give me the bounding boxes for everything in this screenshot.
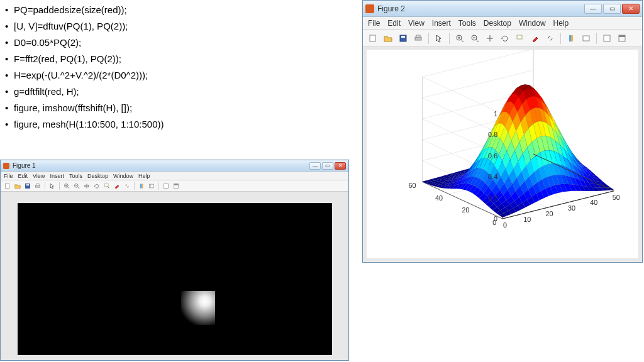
datacursor-icon[interactable] [514,32,526,45]
rotate-icon[interactable] [499,32,511,45]
code-line: •g=dftfilt(red, H); [5,84,164,99]
colorbar-icon[interactable] [565,32,577,45]
menu-window[interactable]: Window [519,19,546,28]
svg-text:40: 40 [590,199,597,206]
code-line: •PQ=paddedsize(size(red)); [5,3,164,18]
menu-insert[interactable]: Insert [50,173,64,179]
svg-text:60: 60 [409,182,416,189]
code-line: •[U, V]=dftuv(PQ(1), PQ(2)); [5,19,164,34]
menu-desktop[interactable]: Desktop [484,19,511,28]
zoom-in-icon[interactable] [453,32,466,45]
imshow-output [18,203,332,355]
menu-tools[interactable]: Tools [69,173,82,179]
gaussian-peak [181,291,215,325]
svg-rect-0 [5,184,9,188]
close-button[interactable]: ✕ [335,162,346,170]
pan-icon[interactable] [484,32,496,45]
zoom-out-icon[interactable] [72,182,81,190]
hide-tools-icon[interactable] [162,182,170,190]
svg-line-10 [77,187,79,189]
svg-text:20: 20 [462,206,470,214]
brush-icon[interactable] [113,182,121,190]
svg-text:0: 0 [492,219,496,226]
menu-file[interactable]: File [4,173,13,179]
svg-rect-38 [604,35,610,41]
print-icon[interactable] [33,182,42,190]
titlebar[interactable]: Figure 2 — ▭ ✕ [363,1,642,17]
code-listing: •PQ=paddedsize(size(red)); •[U, V]=dftuv… [5,3,164,133]
pan-icon[interactable] [82,182,91,190]
link-icon[interactable] [123,182,131,190]
maximize-button[interactable]: ▭ [322,162,333,170]
svg-rect-34 [517,35,522,39]
open-icon[interactable] [13,182,22,190]
zoom-in-icon[interactable] [62,182,71,190]
svg-rect-3 [35,185,40,187]
menu-edit[interactable]: Edit [18,173,28,179]
rotate-icon[interactable] [92,182,101,190]
menu-file[interactable]: File [368,19,380,28]
pointer-icon[interactable] [433,32,445,45]
svg-rect-35 [569,35,571,41]
menu-help[interactable]: Help [138,173,150,179]
svg-text:30: 30 [568,204,575,212]
close-button[interactable]: ✕ [622,4,640,14]
dock-icon[interactable] [616,32,628,45]
svg-text:50: 50 [613,194,620,201]
menu-insert[interactable]: Insert [432,19,451,28]
svg-rect-40 [619,35,625,37]
matlab-icon [365,4,374,13]
new-figure-icon[interactable] [3,182,12,190]
svg-line-61 [422,77,502,114]
mesh-3d-plot: 00.20.40.60.81010203040500204060 [367,50,638,258]
titlebar[interactable]: Figure 1 — ▭ ✕ [1,160,348,172]
menu-desktop[interactable]: Desktop [87,173,108,179]
zoom-out-icon[interactable] [469,32,481,45]
minimize-button[interactable]: — [584,4,602,14]
new-figure-icon[interactable] [367,32,379,45]
code-line: •F=fft2(red, PQ(1), PQ(2)); [5,52,164,67]
svg-text:0.8: 0.8 [488,131,497,138]
save-icon[interactable] [23,182,32,190]
open-icon[interactable] [382,32,394,45]
svg-line-13 [108,186,109,188]
svg-line-62 [422,50,533,77]
code-line: •D0=0.05*PQ(2); [5,35,164,50]
datacursor-icon[interactable] [103,182,111,190]
pointer-icon[interactable] [48,182,57,190]
menu-help[interactable]: Help [553,19,569,28]
colorbar-icon[interactable] [137,182,146,190]
maximize-button[interactable]: ▭ [603,4,621,14]
hide-tools-icon[interactable] [601,32,613,45]
menu-tools[interactable]: Tools [458,19,476,28]
svg-line-28 [461,40,464,42]
svg-rect-19 [164,184,168,188]
svg-rect-12 [104,184,108,186]
save-icon[interactable] [397,32,409,45]
brush-icon[interactable] [529,32,541,45]
figure-canvas[interactable] [4,194,345,356]
window-title: Figure 2 [377,4,405,13]
toolbar [363,30,642,47]
svg-text:10: 10 [523,216,531,223]
svg-rect-25 [415,37,421,40]
legend-icon[interactable] [580,32,592,45]
dock-icon[interactable] [172,182,180,190]
code-line: •figure, mesh(H(1:10:500, 1:10:500)) [5,117,164,132]
svg-line-32 [476,40,479,42]
menubar: File Edit View Insert Tools Desktop Wind… [1,172,348,180]
figure-canvas[interactable]: 00.20.40.60.81010203040500204060 [367,50,638,258]
menu-edit[interactable]: Edit [387,19,401,28]
svg-rect-14 [140,184,142,188]
minimize-button[interactable]: — [309,162,321,170]
menu-window[interactable]: Window [113,173,133,179]
menu-view[interactable]: View [408,19,425,28]
menu-view[interactable]: View [33,173,45,179]
svg-rect-15 [142,184,143,188]
svg-text:0.6: 0.6 [488,152,497,160]
print-icon[interactable] [412,32,425,45]
matlab-icon [3,163,9,169]
svg-rect-16 [149,184,153,188]
legend-icon[interactable] [147,182,156,190]
link-icon[interactable] [544,32,557,45]
